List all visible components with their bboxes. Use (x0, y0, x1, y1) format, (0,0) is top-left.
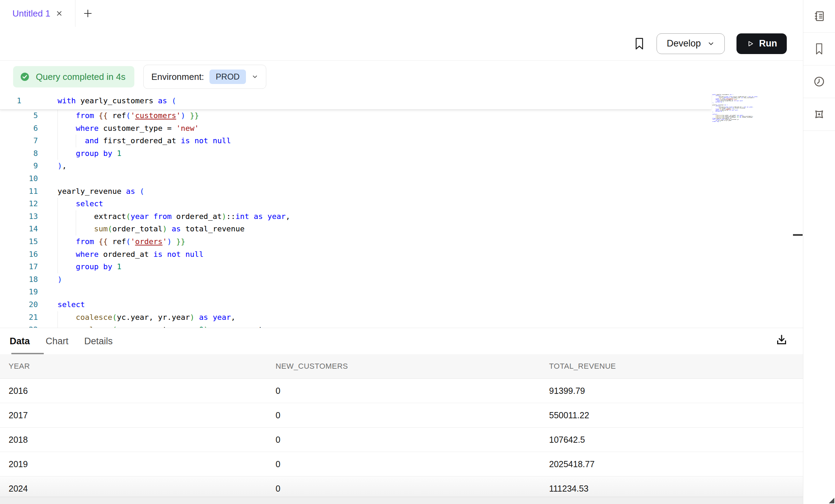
right-icon-rail (803, 0, 835, 504)
resize-grip[interactable] (829, 498, 834, 503)
code-line: 11yearly_revenue as ( (0, 185, 803, 198)
column-header[interactable]: NEW_CUSTOMERS (267, 362, 540, 371)
line-number: 6 (0, 122, 38, 135)
line-number: 21 (0, 311, 38, 324)
minimap[interactable]: with yearly_customers as ( select extrac… (712, 94, 764, 132)
column-header[interactable]: YEAR (0, 362, 267, 371)
line-number: 12 (0, 198, 38, 210)
query-status-badge: Query completed in 4s (13, 66, 134, 87)
code-line: 12 select (0, 198, 803, 210)
table-cell: 2019 (0, 459, 267, 469)
line-number: 10 (0, 172, 38, 185)
results-tab-data[interactable]: Data (10, 336, 30, 347)
table-cell: 0 (267, 459, 540, 469)
line-number: 13 (0, 210, 38, 223)
results-panel: DataChartDetails YEARNEW_CUSTOMERSTOTAL_… (0, 328, 803, 504)
line-number: 8 (0, 147, 38, 160)
table-header-row: YEARNEW_CUSTOMERSTOTAL_REVENUE (0, 354, 803, 378)
code-line: 9), (0, 160, 803, 172)
table-row[interactable]: 201902025418.77 (0, 452, 803, 476)
run-label: Run (759, 38, 777, 49)
line-number: 7 (0, 135, 38, 147)
rail-button-history[interactable] (803, 65, 835, 98)
download-icon[interactable] (774, 333, 789, 347)
rail-button-compass[interactable] (803, 98, 835, 131)
table-row[interactable]: 2016091399.79 (0, 378, 803, 403)
tab-untitled-1[interactable]: Untitled 1 (0, 0, 75, 27)
code-line: 18) (0, 273, 803, 286)
table-cell: 0 (267, 435, 540, 445)
check-circle-icon (19, 71, 30, 82)
history-icon (813, 75, 825, 88)
chevron-down-icon (707, 40, 715, 48)
toolbar: Develop Run (0, 27, 803, 61)
code-line: 8 group by 1 (0, 147, 803, 160)
bookmark-icon (814, 43, 825, 55)
table-cell: 2024 (0, 484, 267, 494)
main-column: Untitled 1 Develop Run (0, 0, 803, 504)
table-cell: 91399.79 (540, 386, 803, 396)
line-number: 20 (0, 298, 38, 311)
line-number: 11 (0, 185, 38, 198)
code-line: 6 where customer_type = 'new' (0, 122, 803, 135)
new-tab-button[interactable] (82, 0, 93, 27)
develop-button[interactable]: Develop (657, 33, 724, 54)
table-cell: 107642.5 (540, 435, 803, 445)
line-number: 22 (0, 324, 38, 328)
code-editor[interactable]: 5 from {{ ref('customers') }}6 where cus… (0, 93, 803, 328)
overview-ruler-cursor-mark (793, 234, 803, 236)
code-line: 22 coalesce(yc.new_customers, 0) as new_… (0, 324, 803, 328)
code-line: 17 group by 1 (0, 261, 803, 273)
column-header[interactable]: TOTAL_REVENUE (540, 362, 803, 371)
play-icon (746, 40, 754, 48)
status-row: Query completed in 4s Environment: PROD (0, 61, 803, 93)
close-tab-icon[interactable] (56, 10, 63, 17)
code-line: 20select (0, 298, 803, 311)
notebook-icon (813, 10, 825, 22)
line-number: 1 (0, 93, 24, 109)
sticky-scroll-line[interactable]: 1with yearly_customers as ( (0, 93, 711, 110)
query-status-text: Query completed in 4s (36, 72, 125, 82)
code-line: 14 sum(order_total) as total_revenue (0, 223, 803, 235)
table-cell: 2016 (0, 386, 267, 396)
run-button[interactable]: Run (736, 33, 787, 54)
develop-label: Develop (667, 38, 701, 49)
table-cell: 2018 (0, 435, 267, 445)
code-line: 10 (0, 172, 803, 185)
table-row[interactable]: 20170550011.22 (0, 403, 803, 428)
bookmark-button[interactable] (634, 37, 645, 50)
table-cell: 2025418.77 (540, 459, 803, 469)
code-line: 5 from {{ ref('customers') }} (0, 109, 803, 122)
code-line: 7 and first_ordered_at is not null (0, 135, 803, 147)
table-cell: 0 (267, 484, 540, 494)
code-line: 21 coalesce(yc.year, yr.year) as year, (0, 311, 803, 324)
results-tab-chart[interactable]: Chart (46, 336, 69, 347)
table-body: 2016091399.7920170550011.2220180107642.5… (0, 378, 803, 501)
table-cell: 111234.53 (540, 484, 803, 494)
environment-selector[interactable]: Environment: PROD (143, 65, 266, 89)
line-number: 14 (0, 223, 38, 235)
table-cell: 2017 (0, 410, 267, 420)
line-number: 16 (0, 248, 38, 261)
editor-lines: 5 from {{ ref('customers') }}6 where cus… (0, 109, 803, 328)
line-number: 18 (0, 273, 38, 286)
code-line: 13 extract(year from ordered_at)::int as… (0, 210, 803, 223)
minimap-code: with yearly_customers as ( select extrac… (712, 94, 764, 122)
editor-tab-bar: Untitled 1 (0, 0, 803, 27)
line-number: 15 (0, 235, 38, 248)
line-number: 5 (0, 109, 38, 122)
results-tabs: DataChartDetails (0, 328, 803, 354)
rail-button-bookmark[interactable] (803, 33, 835, 65)
environment-value-badge: PROD (209, 70, 246, 84)
table-cell: 0 (267, 410, 540, 420)
horizontal-scrollbar-track[interactable] (0, 497, 803, 504)
results-tab-details[interactable]: Details (84, 336, 113, 347)
tab-title: Untitled 1 (12, 8, 50, 19)
table-cell: 0 (267, 386, 540, 396)
chevron-down-icon (251, 73, 258, 80)
table-row[interactable]: 20180107642.5 (0, 428, 803, 452)
rail-button-notebook[interactable] (803, 0, 835, 33)
line-number: 17 (0, 261, 38, 273)
compass-icon (813, 108, 826, 121)
code-line: 16 where ordered_at is not null (0, 248, 803, 261)
